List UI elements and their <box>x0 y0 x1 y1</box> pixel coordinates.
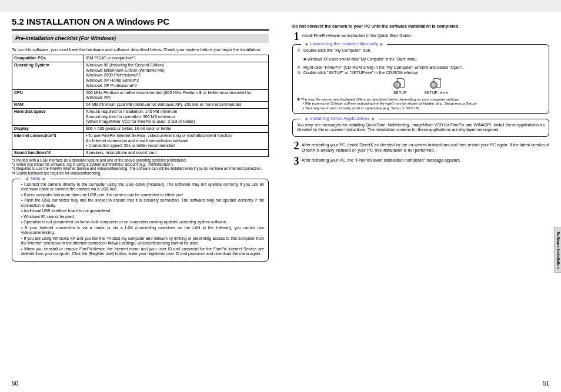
launch-star: ✽ Windows XP users should click "My Comp… <box>303 57 545 62</box>
spec-value: Speakers, microphone and sound card <box>84 150 269 157</box>
spec-value: 64 MB minimum (128 MB minimum for Window… <box>84 102 269 109</box>
setup-label-b: SETUP.exe <box>425 91 449 95</box>
footnote: *2 When you install the software, log in… <box>12 162 269 166</box>
setup-icon-b: SETUP.exe <box>425 78 449 96</box>
spec-header: Display <box>12 126 84 133</box>
filename-note-lead: ✽ The way file names are displayed diffe… <box>297 97 545 101</box>
setup-label-a: SETUP <box>393 91 407 95</box>
intro-text: To run this software, you must have the … <box>12 47 269 52</box>
table-row: Display800 × 600 pixels or better, 16-bi… <box>12 126 269 133</box>
spec-value: • To use FinePix Internet Service, video… <box>84 132 269 149</box>
spec-value: 200 MHz Pentium or better recommended (8… <box>84 89 269 102</box>
launch-step-1: ①Double-click the "My Computer" icon. <box>297 48 545 53</box>
page-number-right: 51 <box>543 380 549 388</box>
other-apps-box: Installing Other Applications You may se… <box>292 119 549 138</box>
header-bar <box>280 0 561 12</box>
table-row: Sound functions*4Speakers, microphone an… <box>12 150 269 157</box>
table-row: Internet connection*3• To use FinePix In… <box>12 132 269 149</box>
table-row: RAM64 MB minimum (128 MB minimum for Win… <box>12 102 269 109</box>
note-item: Push the USB connector fully into the so… <box>21 198 264 208</box>
section-title: 5.2 INSTALLATION ON A Windows PC <box>12 16 269 31</box>
note-item: When you reinstall or remove FinePixView… <box>21 247 264 257</box>
spec-header: CPU <box>12 89 84 102</box>
note-item: Additional USB interface board is not gu… <box>21 209 264 213</box>
launch-step-3: ③Double-click "SETUP" or "SETUP.exe" in … <box>297 71 545 76</box>
spec-value: 800 × 600 pixels or better, 16-bit color… <box>84 126 269 133</box>
note-label: Note <box>21 176 51 182</box>
spec-value: Amount required for installation: 140 MB… <box>84 108 269 125</box>
note-box: Note Connect the camera directly to the … <box>12 179 269 262</box>
step-1: 1 Install FinePixViewer as instructed in… <box>292 32 549 41</box>
footnote: *1 Models with a USB interface as a stan… <box>12 158 269 162</box>
note-item: If your computer has more than one USB p… <box>21 193 264 197</box>
filename-note-2: • Text may be shown normally or all in u… <box>297 106 545 110</box>
spec-header: Hard disk space <box>12 108 84 125</box>
subheading: Pre-installation checklist (For Windows) <box>12 34 269 43</box>
note-item: If you are using Windows XP and you tick… <box>21 236 264 246</box>
page-right: Do not connect the camera to your PC unt… <box>280 0 561 392</box>
cd-file-icon <box>393 78 406 89</box>
spec-header: Operating System <box>12 62 84 89</box>
note-item: If your Internet connection is via a rou… <box>21 226 264 236</box>
step-2-text: After restarting your PC, install Direct… <box>302 142 549 153</box>
warning-text: Do not connect the camera to your PC unt… <box>292 24 549 29</box>
step-2: 2 After restarting your PC, install Dire… <box>292 142 549 153</box>
cd-file-icon <box>430 78 443 89</box>
spec-table: Compatible PCsIBM PC/AT or compatible*1O… <box>12 55 269 157</box>
page-left: 5.2 INSTALLATION ON A Windows PC Pre-ins… <box>0 0 280 392</box>
spec-header: Sound functions*4 <box>12 150 84 157</box>
setup-icon-a: SETUP <box>393 78 407 96</box>
other-apps-body: You may see messages for installing Quic… <box>297 123 545 133</box>
launch-label: Launching the Installer Manually <box>301 41 387 47</box>
table-row: Hard disk spaceAmount required for insta… <box>12 108 269 125</box>
step-3-text: After restarting your PC, the "FinePixVi… <box>302 157 549 165</box>
side-tab: Software Installation <box>554 227 561 273</box>
spec-header: RAM <box>12 102 84 109</box>
spec-header: Internet connection*3 <box>12 132 84 149</box>
step-1-text: Install FinePixViewer as instructed in t… <box>302 32 549 41</box>
footnote: *3 Required to use the FinePix Internet … <box>12 166 269 170</box>
step-3: 3 After restarting your PC, the "FinePix… <box>292 157 549 165</box>
header-bar <box>0 0 280 12</box>
launch-step-2: ②Right-click "FINEPIX" (CD-ROM drive) in… <box>297 65 545 71</box>
note-list: Connect the camera directly to the compu… <box>16 182 264 257</box>
note-item: Connect the camera directly to the compu… <box>21 182 264 192</box>
footnote: *4 Sound functions are required for vide… <box>12 171 269 175</box>
spec-value: IBM PC/AT or compatible*1 <box>84 55 269 62</box>
filename-note-1: • File extensions (3-letter suffixes ind… <box>297 101 545 105</box>
spec-header: Compatible PCs <box>12 55 84 62</box>
other-apps-label: Installing Other Applications <box>301 116 379 122</box>
setup-icons: SETUP SETUP.exe <box>297 78 545 96</box>
page-number-left: 50 <box>12 380 18 388</box>
table-row: Compatible PCsIBM PC/AT or compatible*1 <box>12 55 269 62</box>
note-item: Windows 95 cannot be used. <box>21 215 264 219</box>
table-row: CPU200 MHz Pentium or better recommended… <box>12 89 269 102</box>
table-row: Operating SystemWindows 98 (including th… <box>12 62 269 89</box>
launch-box: Launching the Installer Manually ①Double… <box>292 44 549 114</box>
spec-value: Windows 98 (including the Second Edition… <box>84 62 269 89</box>
note-item: Operation is not guaranteed on home-buil… <box>21 220 264 225</box>
